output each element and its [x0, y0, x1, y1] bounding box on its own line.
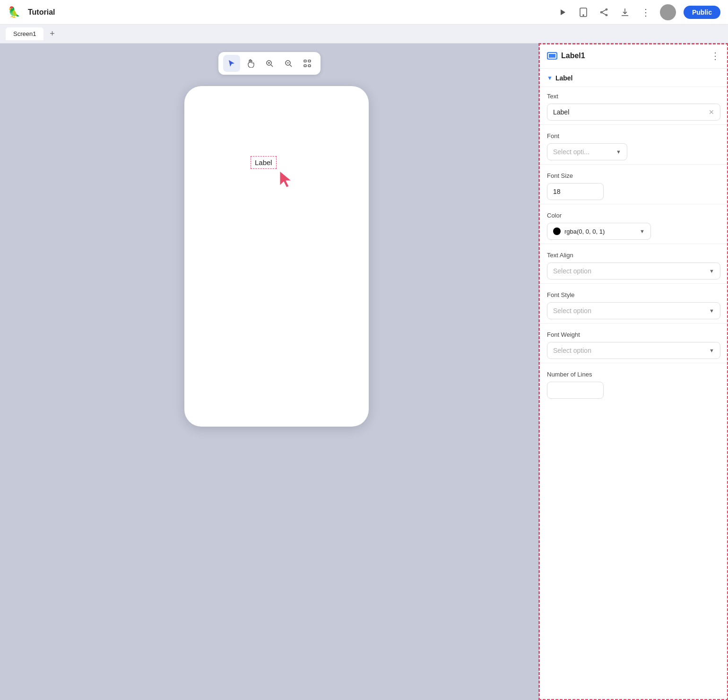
panel-title: Label1	[561, 52, 707, 60]
canvas-area[interactable]: Label	[0, 44, 539, 700]
color-chevron-icon: ▼	[640, 228, 645, 234]
font-weight-placeholder: Select option	[553, 347, 591, 354]
divider-5	[539, 283, 728, 284]
num-lines-property: Number of Lines	[539, 365, 728, 401]
clear-text-icon[interactable]: ✕	[709, 108, 714, 116]
tabbar: Screen1 +	[0, 25, 728, 44]
color-swatch	[553, 228, 561, 235]
component-icon	[547, 52, 557, 60]
svg-rect-16	[304, 60, 306, 62]
zoom-in-tool[interactable]	[261, 55, 278, 72]
download-button[interactable]	[618, 6, 632, 19]
svg-line-14	[290, 65, 292, 67]
phone-mockup: Label	[184, 86, 369, 427]
font-weight-label: Font Weight	[547, 331, 720, 338]
color-select[interactable]: rgba(0, 0, 0, 1) ▼	[547, 223, 651, 240]
text-align-select[interactable]: Select option ▼	[547, 262, 720, 280]
text-input[interactable]	[553, 108, 706, 116]
font-style-placeholder: Select option	[553, 307, 591, 315]
main-layout: Label Label1 ⋮ ▼ Label Text	[0, 44, 728, 700]
svg-point-4	[606, 14, 607, 16]
font-select[interactable]: Select opti... ▼	[547, 143, 627, 160]
svg-line-10	[271, 65, 273, 67]
svg-rect-17	[308, 60, 311, 62]
svg-line-7	[602, 12, 606, 15]
font-size-input[interactable]	[553, 188, 598, 195]
tab-screen1[interactable]: Screen1	[6, 27, 43, 40]
app-title: Tutorial	[28, 8, 550, 17]
hand-tool[interactable]	[242, 55, 259, 72]
text-align-chevron-icon: ▼	[709, 268, 714, 274]
device-button[interactable]	[577, 6, 590, 19]
text-input-wrapper[interactable]: ✕	[547, 104, 720, 121]
font-weight-property: Font Weight Select option ▼	[539, 325, 728, 361]
num-lines-input[interactable]	[553, 386, 598, 394]
font-label: Font	[547, 132, 720, 140]
svg-marker-0	[561, 9, 565, 15]
app-logo: 🦜	[8, 6, 20, 18]
share-button[interactable]	[598, 6, 611, 19]
svg-point-3	[606, 9, 607, 10]
font-style-property: Font Style Select option ▼	[539, 286, 728, 321]
font-size-input-wrapper[interactable]	[547, 183, 604, 200]
svg-rect-19	[308, 65, 311, 67]
svg-point-2	[583, 15, 584, 16]
zoom-out-tool[interactable]	[280, 55, 297, 72]
section-title: Label	[555, 74, 573, 82]
text-align-property: Text Align Select option ▼	[539, 246, 728, 281]
topbar: 🦜 Tutorial ⋮ Public	[0, 0, 728, 25]
font-size-label: Font Size	[547, 172, 720, 179]
canvas-toolbar	[218, 52, 321, 75]
color-value: rgba(0, 0, 0, 1)	[564, 228, 636, 235]
divider-2	[539, 164, 728, 165]
text-align-label: Text Align	[547, 252, 720, 259]
play-button[interactable]	[556, 6, 569, 19]
panel-more-button[interactable]: ⋮	[711, 50, 720, 61]
font-weight-chevron-icon: ▼	[709, 348, 714, 353]
divider-3	[539, 204, 728, 204]
label-text: Label	[255, 158, 272, 166]
cursor-arrow	[278, 170, 295, 192]
fit-tool[interactable]	[299, 55, 316, 72]
user-avatar[interactable]	[660, 4, 676, 20]
font-style-label: Font Style	[547, 291, 720, 298]
divider-6	[539, 323, 728, 324]
font-property: Font Select opti... ▼	[539, 127, 728, 162]
divider-4	[539, 244, 728, 244]
font-style-chevron-icon: ▼	[709, 308, 714, 314]
divider-1	[539, 124, 728, 125]
topbar-actions: ⋮ Public	[556, 4, 720, 20]
section-header[interactable]: ▼ Label	[539, 69, 728, 87]
label-element[interactable]: Label	[251, 156, 277, 169]
num-lines-input-wrapper[interactable]	[547, 382, 604, 399]
font-select-value: Select opti...	[553, 148, 589, 156]
public-button[interactable]: Public	[684, 6, 720, 19]
font-chevron-icon: ▼	[616, 149, 621, 155]
section-chevron-icon: ▼	[547, 75, 553, 81]
text-label: Text	[547, 93, 720, 100]
svg-rect-18	[304, 65, 306, 67]
more-button[interactable]: ⋮	[639, 6, 652, 19]
num-lines-label: Number of Lines	[547, 371, 720, 378]
font-weight-select[interactable]: Select option ▼	[547, 342, 720, 359]
divider-7	[539, 363, 728, 363]
color-property: Color rgba(0, 0, 0, 1) ▼	[539, 206, 728, 242]
font-style-select[interactable]: Select option ▼	[547, 302, 720, 319]
right-panel: Label1 ⋮ ▼ Label Text ✕ Font Select opti…	[539, 44, 728, 700]
add-tab-button[interactable]: +	[45, 27, 59, 41]
font-size-property: Font Size	[539, 166, 728, 202]
color-label: Color	[547, 212, 720, 219]
select-tool[interactable]	[223, 55, 240, 72]
panel-header: Label1 ⋮	[539, 44, 728, 69]
text-property: Text ✕	[539, 87, 728, 122]
text-align-placeholder: Select option	[553, 267, 591, 275]
svg-line-6	[602, 9, 606, 12]
svg-point-5	[600, 11, 602, 13]
